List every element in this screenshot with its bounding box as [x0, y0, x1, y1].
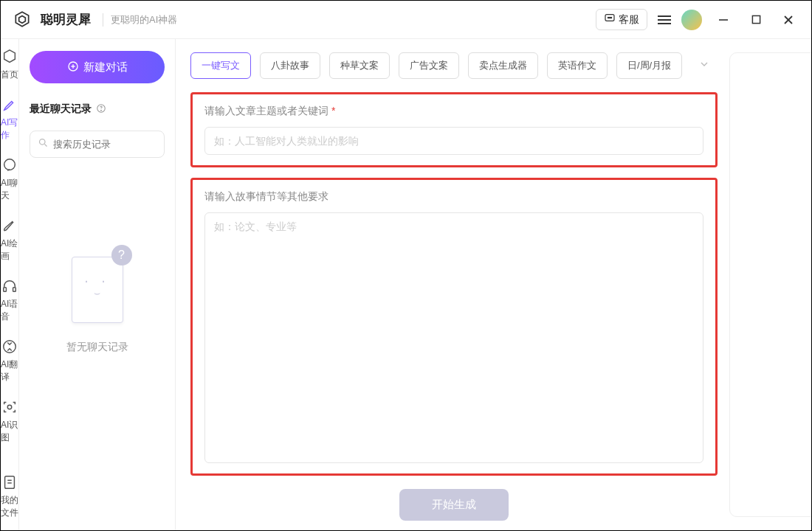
customer-service-button[interactable]: 客服 [596, 9, 647, 30]
nav-label: AI绘画 [1, 237, 18, 263]
nav-my-files[interactable]: 我的文件 [1, 473, 18, 519]
requirements-field-block: 请输入故事情节等其他要求 [190, 178, 718, 476]
pill-english-essay[interactable]: 英语作文 [547, 52, 608, 79]
empty-history: ? 暂无聊天记录 [30, 246, 165, 354]
close-button[interactable] [777, 9, 799, 31]
app-subtitle: 更聪明的AI神器 [103, 13, 177, 27]
app-logo-icon [13, 10, 32, 30]
pill-selling-point[interactable]: 卖点生成器 [468, 52, 538, 79]
svg-line-22 [44, 144, 47, 146]
file-icon [1, 473, 18, 491]
template-pills: 一键写文 八卦故事 种草文案 广告文案 卖点生成器 英语作文 日/周/月报 [190, 52, 718, 79]
nav-ai-vision[interactable]: AI识图 [1, 398, 18, 444]
minimize-button[interactable] [712, 9, 734, 31]
svg-point-21 [40, 139, 46, 145]
nav-label: AI聊天 [1, 177, 18, 202]
topic-label: 请输入文章主题或者关键词 * [204, 105, 703, 118]
required-star: * [331, 105, 335, 118]
nav-ai-translate[interactable]: AI翻译 [1, 338, 18, 384]
chat-history-panel: 新建对话 最近聊天记录 ? 暂无聊天记录 [19, 39, 176, 530]
svg-point-2 [609, 17, 610, 18]
svg-rect-9 [4, 288, 7, 292]
pen-icon [1, 96, 18, 114]
app-title: 聪明灵犀 [41, 11, 91, 28]
pill-seed-copy[interactable]: 种草文案 [329, 52, 390, 79]
plus-icon [67, 60, 79, 74]
pill-ad-copy[interactable]: 广告文案 [399, 52, 459, 79]
requirements-textarea[interactable] [204, 212, 703, 463]
generate-button[interactable]: 开始生成 [399, 489, 509, 521]
requirements-label: 请输入故事情节等其他要求 [204, 190, 703, 204]
translate-icon [1, 338, 18, 355]
svg-rect-13 [5, 476, 15, 489]
pill-gossip-story[interactable]: 八卦故事 [260, 52, 320, 79]
search-box[interactable] [30, 131, 165, 158]
brush-icon [1, 217, 18, 235]
pill-onekey-write[interactable]: 一键写文 [190, 52, 251, 79]
nav-label: AI识图 [1, 419, 18, 444]
vision-icon [1, 398, 18, 416]
nav-rail: 首页 AI写作 AI聊天 AI绘画 AI语音 AI翻译 AI识图 我 [1, 39, 19, 530]
svg-rect-10 [13, 288, 16, 292]
new-chat-label: 新建对话 [83, 60, 128, 74]
svg-point-1 [608, 17, 608, 18]
nav-home[interactable]: 首页 [1, 48, 18, 81]
empty-illustration: ? [64, 246, 131, 327]
home-icon [1, 48, 18, 66]
nav-ai-chat[interactable]: AI聊天 [1, 156, 18, 202]
nav-label: AI语音 [1, 298, 18, 323]
nav-ai-writing[interactable]: AI写作 [1, 96, 18, 142]
chat-bubble-icon [604, 13, 616, 27]
svg-point-3 [610, 17, 611, 18]
nav-label: 我的文件 [1, 494, 18, 519]
topic-input[interactable] [204, 127, 703, 155]
nav-label: AI写作 [1, 117, 18, 142]
kefu-label: 客服 [619, 13, 639, 27]
chevron-down-icon[interactable] [691, 55, 718, 76]
nav-ai-voice[interactable]: AI语音 [1, 277, 18, 323]
recent-chat-heading: 最近聊天记录 [30, 103, 165, 116]
question-icon[interactable] [96, 103, 106, 116]
new-chat-button[interactable]: 新建对话 [30, 51, 165, 83]
avatar[interactable] [681, 10, 702, 30]
search-input[interactable] [53, 139, 177, 150]
maximize-button[interactable] [745, 9, 767, 31]
svg-rect-5 [752, 15, 760, 23]
nav-label: AI翻译 [1, 358, 18, 384]
svg-point-20 [101, 110, 102, 111]
svg-point-8 [4, 159, 16, 170]
nav-label: 首页 [1, 69, 18, 81]
pill-report[interactable]: 日/周/月报 [616, 52, 682, 79]
nav-ai-draw[interactable]: AI绘画 [1, 217, 18, 263]
menu-icon[interactable] [658, 15, 671, 24]
empty-label: 暂无聊天记录 [66, 341, 128, 354]
topic-field-block: 请输入文章主题或者关键词 * [190, 92, 718, 167]
svg-point-11 [4, 341, 16, 353]
output-panel [729, 52, 812, 517]
search-icon [38, 137, 49, 151]
chat-icon [1, 156, 18, 174]
svg-point-12 [7, 405, 12, 409]
headset-icon [1, 277, 18, 295]
